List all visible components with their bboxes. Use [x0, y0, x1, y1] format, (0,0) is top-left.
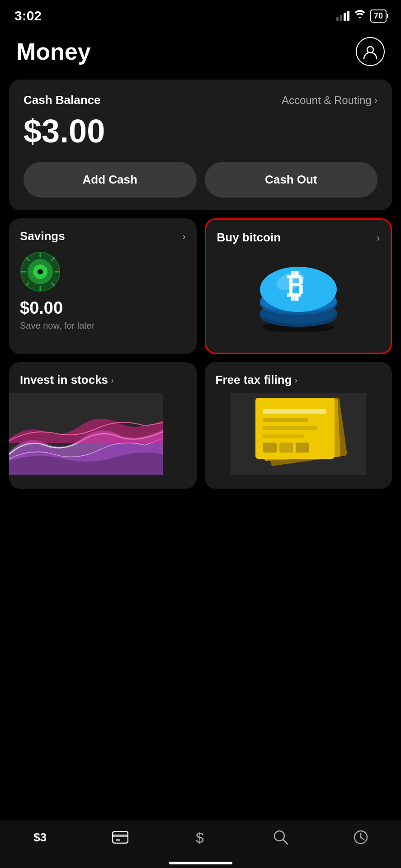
stocks-visual	[9, 393, 197, 475]
svg-rect-27	[263, 418, 308, 422]
svg-rect-32	[296, 443, 309, 453]
savings-card-title: Savings	[20, 229, 65, 243]
savings-subtitle: Save now, for later	[20, 321, 186, 331]
nav-history-button[interactable]	[321, 830, 401, 845]
bottom-nav: $3 $	[0, 821, 401, 868]
tax-chevron-icon: ›	[295, 375, 298, 385]
history-icon	[353, 830, 368, 845]
svg-rect-35	[116, 839, 120, 841]
svg-line-38	[283, 840, 288, 844]
stocks-card[interactable]: Invest in stocks ›	[9, 362, 197, 489]
status-icons: 70	[336, 9, 387, 23]
nav-cash-button[interactable]: $	[160, 829, 241, 845]
tax-visual	[205, 393, 392, 475]
cash-actions: Add Cash Cash Out	[24, 162, 377, 198]
cash-out-button[interactable]: Cash Out	[205, 162, 378, 198]
profile-icon	[362, 43, 378, 60]
nav-search-button[interactable]	[241, 830, 321, 845]
status-bar: 3:02 70	[0, 0, 401, 28]
account-routing-text: Account & Routing	[282, 94, 372, 107]
svg-text:₿: ₿	[287, 267, 303, 303]
nav-balance-text: $3	[33, 830, 47, 844]
tax-card-title: Free tax filing	[216, 373, 292, 387]
account-routing-link[interactable]: Account & Routing ›	[282, 94, 377, 107]
stocks-chevron-icon: ›	[111, 375, 114, 385]
dollar-icon: $	[194, 829, 207, 845]
cash-balance-card: Cash Balance Account & Routing › $3.00 A…	[9, 80, 392, 210]
bottom-cards: Invest in stocks ›	[9, 362, 392, 489]
card-icon	[112, 831, 128, 844]
svg-rect-26	[263, 409, 326, 414]
middle-cards-grid: Savings ›	[9, 218, 392, 354]
savings-icon	[20, 251, 61, 292]
tax-card-header: Free tax filing ›	[205, 362, 392, 387]
cash-balance-label: Cash Balance	[24, 93, 101, 107]
profile-button[interactable]	[356, 37, 385, 66]
wifi-icon	[354, 10, 366, 22]
savings-card-header: Savings ›	[20, 229, 186, 243]
battery-icon: 70	[370, 9, 387, 23]
buy-bitcoin-card[interactable]: Buy bitcoin ›	[205, 218, 392, 354]
bitcoin-card-title: Buy bitcoin	[217, 231, 281, 245]
main-content: Cash Balance Account & Routing › $3.00 A…	[0, 80, 401, 489]
tax-card[interactable]: Free tax filing ›	[205, 362, 392, 489]
svg-text:$: $	[196, 830, 204, 845]
page-title: Money	[16, 38, 91, 65]
stocks-card-title: Invest in stocks	[20, 373, 108, 387]
bitcoin-chevron-icon: ›	[377, 232, 380, 244]
signal-icon	[336, 11, 349, 21]
chevron-right-icon: ›	[374, 94, 377, 106]
bitcoin-visual: ₿	[217, 253, 380, 334]
svg-rect-29	[263, 434, 304, 438]
nav-balance[interactable]: $3	[0, 830, 80, 844]
cash-balance-header: Cash Balance Account & Routing ›	[24, 93, 377, 107]
add-cash-button[interactable]: Add Cash	[24, 162, 197, 198]
savings-card[interactable]: Savings ›	[9, 218, 197, 354]
balance-amount: $3.00	[24, 113, 377, 149]
svg-rect-31	[279, 443, 293, 453]
status-time: 3:02	[14, 8, 42, 24]
svg-line-41	[361, 837, 364, 840]
stocks-card-header: Invest in stocks ›	[9, 362, 197, 387]
svg-rect-34	[113, 835, 128, 837]
home-indicator	[169, 862, 232, 864]
svg-rect-30	[263, 443, 277, 453]
bitcoin-card-header: Buy bitcoin ›	[217, 231, 380, 245]
nav-card-button[interactable]	[80, 831, 160, 844]
search-icon	[273, 830, 288, 845]
svg-point-12	[37, 269, 43, 275]
header: Money	[0, 28, 401, 80]
savings-chevron-icon: ›	[182, 231, 185, 243]
svg-rect-28	[263, 426, 317, 430]
savings-balance: $0.00	[20, 298, 186, 318]
